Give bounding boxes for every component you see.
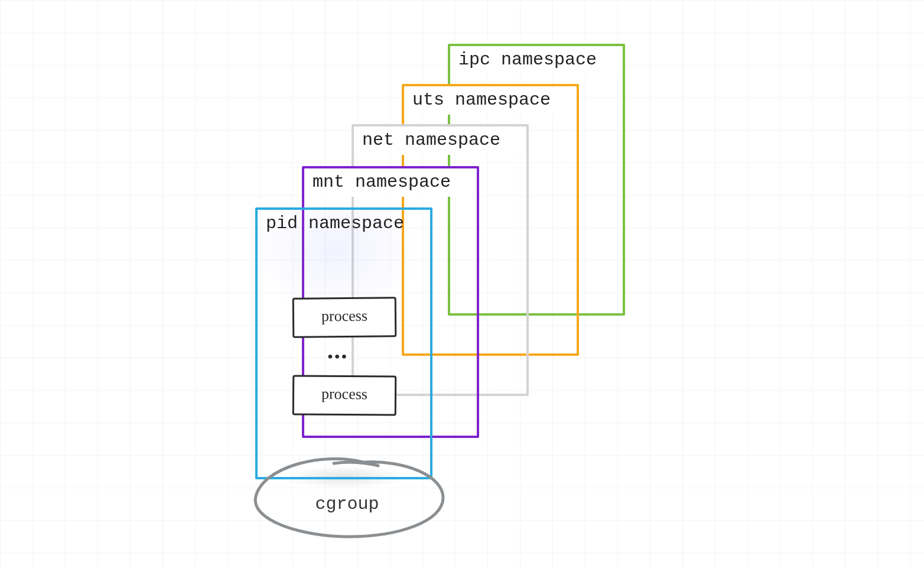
namespace-uts-label: uts namespace [412, 90, 551, 110]
namespace-ipc-label: ipc namespace [458, 50, 597, 70]
pid-glow [258, 210, 430, 477]
cgroup-ellipse: cgroup [245, 455, 449, 541]
namespace-net-label: net namespace [362, 130, 500, 150]
namespace-layer-pid: pid namespace [255, 207, 432, 479]
cgroup-ellipse-overlap [334, 462, 378, 466]
process-box-1: process [292, 297, 397, 338]
process-box-2-label: process [321, 385, 367, 403]
process-box-1-label: process [321, 307, 367, 325]
diagram-canvas: ipc namespace uts namespace net namespac… [0, 0, 924, 568]
process-ellipsis: ••• [327, 348, 348, 366]
process-box-2: process [292, 375, 396, 416]
namespace-mnt-label: mnt namespace [313, 172, 451, 192]
cgroup-label: cgroup [245, 494, 449, 514]
namespace-pid-label: pid namespace [266, 213, 404, 233]
